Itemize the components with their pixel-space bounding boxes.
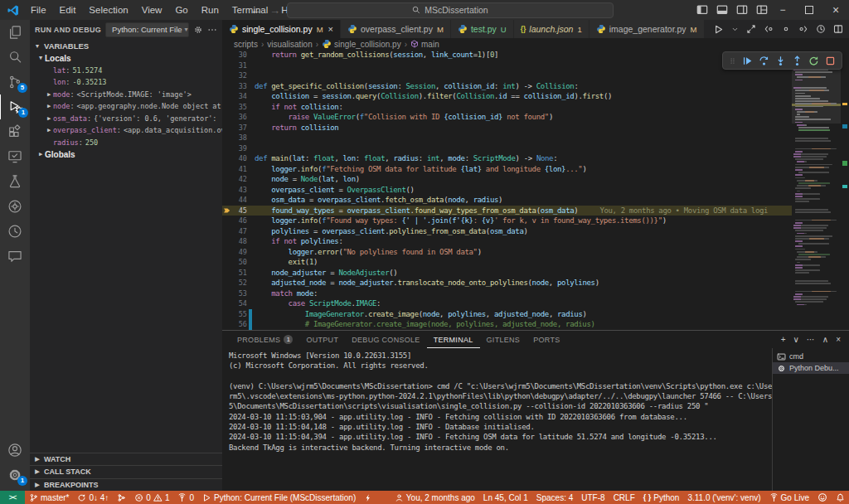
gutter[interactable] <box>222 123 231 133</box>
new-terminal-icon[interactable]: + <box>781 335 786 344</box>
terminal-output[interactable]: Microsoft Windows [Version 10.0.22631.31… <box>222 348 772 491</box>
status-notifications[interactable] <box>832 493 849 502</box>
debug-stop-button[interactable] <box>825 56 836 66</box>
status-git-branch[interactable]: master* <box>25 493 73 502</box>
debug-step-over-button[interactable] <box>759 56 769 66</box>
gutter[interactable] <box>222 143 231 154</box>
panel-tab-problems[interactable]: PROBLEMS1 <box>230 331 299 348</box>
activity-testing[interactable] <box>0 169 30 194</box>
menu-selection[interactable]: Selection <box>82 0 134 20</box>
gutter[interactable] <box>222 298 231 309</box>
gutter[interactable] <box>222 61 231 71</box>
gutter[interactable] <box>222 133 231 143</box>
panel-maximize-icon[interactable]: ∧ <box>822 335 828 344</box>
layout-bottom-icon[interactable] <box>716 4 728 16</box>
debug-restart-button[interactable] <box>808 56 819 66</box>
status-problems[interactable]: 01 <box>130 493 173 502</box>
gutter[interactable] <box>222 50 231 61</box>
terminal-session-pythondebu[interactable]: Python Debu... <box>773 362 849 374</box>
tab-launch.json[interactable]: {}launch.json1 <box>514 20 589 38</box>
debug-step-into-button[interactable] <box>775 56 786 66</box>
variable-lat[interactable]: lat:51.5274 <box>30 65 222 77</box>
gutter[interactable] <box>222 195 231 206</box>
variables-section-header[interactable]: ▼ VARIABLES <box>30 39 222 52</box>
overview-ruler[interactable] <box>841 50 849 330</box>
close-button[interactable]: × <box>822 0 849 20</box>
gutter[interactable] <box>222 70 231 81</box>
status-cursor-position[interactable]: Ln 45, Col 1 <box>479 493 532 502</box>
status-python-interpreter[interactable]: Python: Current File (MScDissertation) <box>198 493 360 502</box>
breadcrumb-scripts[interactable]: scripts <box>234 40 258 49</box>
activity-extension-a[interactable] <box>0 194 30 219</box>
activity-explorer[interactable] <box>0 20 30 45</box>
gutter[interactable] <box>222 91 231 102</box>
panel-tab-terminal[interactable]: TERMINAL <box>427 331 480 348</box>
status-python-version[interactable]: 3.11.0 ('venv': venv) <box>683 493 764 502</box>
panel-close-icon[interactable]: × <box>836 335 841 344</box>
variables-scope-locals[interactable]: ▼Locals <box>30 52 222 65</box>
activity-source-control[interactable]: 5 <box>0 70 30 94</box>
command-center[interactable]: MScDissertation <box>287 2 614 18</box>
breadcrumb-main[interactable]: main <box>410 40 439 49</box>
tab-test.py[interactable]: test.pyU <box>451 20 514 38</box>
section-watch[interactable]: ▶WATCH <box>30 453 222 466</box>
gutter[interactable] <box>222 216 231 226</box>
activity-comments[interactable] <box>0 244 30 269</box>
run-icon[interactable] <box>713 24 724 35</box>
activity-run-and-debug[interactable]: 1 <box>0 94 31 119</box>
variable-mode[interactable]: ▶mode:<ScriptMode.IMAGE: 'image'> <box>30 89 222 101</box>
gutter[interactable] <box>222 247 231 258</box>
status-eol[interactable]: CRLF <box>609 493 639 502</box>
debug-settings-gear-icon[interactable] <box>193 25 203 35</box>
change-dot-icon[interactable] <box>781 24 791 34</box>
panel-tab-gitlens[interactable]: GITLENS <box>480 331 527 348</box>
go-forward-icon[interactable]: → <box>268 4 282 17</box>
remote-indicator[interactable]: >< <box>0 491 25 504</box>
section-call-stack[interactable]: ▶CALL STACK <box>30 465 222 478</box>
gutter[interactable] <box>222 164 231 175</box>
section-breakpoints[interactable]: ▶BREAKPOINTS <box>30 478 222 492</box>
history-icon[interactable] <box>816 24 826 34</box>
gutter[interactable] <box>222 226 231 237</box>
menu-edit[interactable]: Edit <box>53 0 83 20</box>
gutter[interactable] <box>222 268 231 279</box>
minimize-button[interactable]: − <box>769 0 796 20</box>
status-git-blame[interactable]: You, 2 months ago <box>391 493 479 502</box>
menu-view[interactable]: View <box>135 0 169 20</box>
tab-overpass_client.py[interactable]: overpass_client.pyM <box>341 20 451 38</box>
more-actions-icon[interactable] <box>207 25 217 35</box>
gutter[interactable] <box>222 257 231 268</box>
panel-tab-ports[interactable]: PORTS <box>526 331 566 348</box>
activity-settings[interactable]: 1 <box>0 463 30 487</box>
tab-image_generator.py[interactable]: image_generator.pyM <box>589 20 705 38</box>
gutter[interactable] <box>222 185 231 196</box>
variables-scope-globals[interactable]: ▶Globals <box>30 148 222 161</box>
panel-more-icon[interactable]: ⋯ <box>807 335 815 344</box>
gutter[interactable] <box>222 102 231 113</box>
debug-step-out-button[interactable] <box>792 56 803 66</box>
gutter[interactable] <box>222 288 231 299</box>
status-gitlens-graph[interactable] <box>113 493 130 502</box>
status-indentation[interactable]: Spaces: 4 <box>532 493 577 502</box>
layout-grid-icon[interactable] <box>756 4 768 16</box>
layout-right-icon[interactable] <box>736 4 748 16</box>
status-git-sync[interactable]: 0↓ 4↑ <box>73 493 113 502</box>
activity-remote-explorer[interactable] <box>0 144 30 169</box>
variable-lon[interactable]: lon:-0.35213 <box>30 76 222 89</box>
code-editor[interactable]: 30 return get_random_collisions(session,… <box>222 50 849 330</box>
breadcrumb-visualisation[interactable]: visualisation <box>267 40 312 49</box>
debug-configuration-select[interactable]: Python: Current File ▾ <box>105 22 189 37</box>
previous-change-icon[interactable] <box>764 24 774 34</box>
run-dropdown-icon[interactable] <box>731 26 739 33</box>
status-feedback[interactable] <box>813 492 832 502</box>
variable-node[interactable]: ▶node:<app.geography.node.Node object at… <box>30 100 222 113</box>
status-encoding[interactable]: UTF-8 <box>577 493 609 502</box>
status-power[interactable] <box>360 493 376 502</box>
gutter[interactable] <box>222 81 231 92</box>
gutter[interactable] <box>222 236 231 247</box>
terminal-dropdown-icon[interactable]: ∨ <box>793 335 799 344</box>
layout-left-icon[interactable] <box>696 4 708 16</box>
menu-run[interactable]: Run <box>195 0 226 20</box>
status-language-mode[interactable]: { }Python <box>639 493 684 502</box>
variable-radius[interactable]: radius:250 <box>30 137 222 149</box>
